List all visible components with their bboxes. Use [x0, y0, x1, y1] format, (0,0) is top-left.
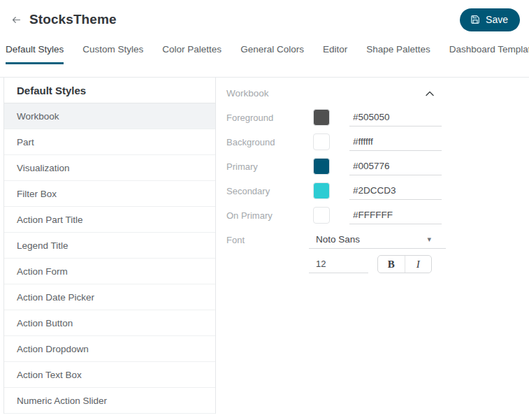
tab-color-palettes[interactable]: Color Palettes	[162, 38, 222, 64]
arrow-left-icon	[11, 15, 22, 25]
floppy-disk-icon	[470, 15, 480, 24]
back-button[interactable]	[11, 15, 22, 25]
field-label-background: Background	[226, 137, 313, 147]
color-swatch-foreground[interactable]	[313, 109, 330, 126]
tab-shape-palettes[interactable]: Shape Palettes	[366, 38, 430, 64]
save-button-label: Save	[486, 14, 508, 25]
tab-custom-styles[interactable]: Custom Styles	[82, 38, 143, 64]
tab-default-styles[interactable]: Default Styles	[6, 38, 64, 64]
color-swatch-secondary[interactable]	[313, 182, 330, 199]
section-header-workbook[interactable]: Workbook	[226, 88, 434, 99]
field-row-font-size: B I	[226, 255, 529, 273]
sidebar-item-visualization[interactable]: Visualization	[4, 155, 215, 181]
section-title: Workbook	[226, 88, 269, 99]
bold-button[interactable]: B	[378, 256, 405, 273]
sidebar-item-action-part-title[interactable]: Action Part Title	[4, 207, 215, 233]
field-row-on-primary: On Primary	[226, 206, 529, 224]
font-style-button-group: B I	[377, 255, 432, 273]
field-row-background: Background	[226, 133, 529, 151]
sidebar-item-part[interactable]: Part	[4, 129, 215, 155]
chevron-up-icon[interactable]	[426, 91, 434, 96]
sidebar-item-action-dropdown[interactable]: Action Dropdown	[4, 336, 215, 362]
font-family-select[interactable]: Noto Sans ▾	[309, 231, 446, 249]
field-label-primary: Primary	[226, 161, 313, 172]
hex-input-secondary[interactable]	[349, 182, 442, 200]
field-label-on-primary: On Primary	[226, 210, 313, 221]
tab-dashboard-templates[interactable]: Dashboard Templates	[449, 38, 529, 64]
hex-input-foreground[interactable]	[349, 109, 442, 126]
field-row-secondary: Secondary	[226, 182, 529, 200]
color-swatch-on-primary[interactable]	[313, 207, 330, 224]
style-list-sidebar: Default Styles Workbook Part Visualizati…	[3, 78, 216, 414]
sidebar-item-legend-title[interactable]: Legend Title	[4, 233, 215, 259]
page-title: StocksTheme	[29, 12, 117, 27]
caret-down-icon: ▾	[427, 236, 431, 243]
tab-general-colors[interactable]: General Colors	[240, 38, 304, 64]
sidebar-heading: Default Styles	[4, 78, 215, 103]
italic-button[interactable]: I	[405, 256, 432, 273]
field-row-font: Font Noto Sans ▾	[226, 231, 529, 249]
tab-editor[interactable]: Editor	[323, 38, 347, 64]
sidebar-item-action-date-picker[interactable]: Action Date Picker	[4, 284, 215, 310]
sidebar-item-filter-box[interactable]: Filter Box	[4, 181, 215, 207]
content-area: Default Styles Workbook Part Visualizati…	[0, 77, 529, 414]
color-swatch-background[interactable]	[313, 133, 330, 150]
sidebar-item-action-button[interactable]: Action Button	[4, 310, 215, 336]
field-row-foreground: Foreground	[226, 108, 529, 126]
hex-input-on-primary[interactable]	[349, 207, 442, 224]
field-label-font: Font	[226, 235, 309, 245]
save-button[interactable]: Save	[460, 8, 520, 31]
font-family-value: Noto Sans	[316, 234, 360, 245]
sidebar-item-action-text-box[interactable]: Action Text Box	[4, 362, 215, 388]
field-label-secondary: Secondary	[226, 186, 313, 196]
tab-bar: Default Styles Custom Styles Color Palet…	[0, 34, 529, 64]
hex-input-primary[interactable]	[349, 158, 442, 175]
sidebar-item-action-form[interactable]: Action Form	[4, 259, 215, 284]
font-size-input[interactable]	[309, 256, 368, 273]
properties-panel: Workbook Foreground Background Primary S…	[216, 78, 529, 280]
sidebar-item-workbook[interactable]: Workbook	[4, 103, 215, 129]
field-row-primary: Primary	[226, 157, 529, 175]
header: StocksTheme Save	[0, 0, 529, 34]
hex-input-background[interactable]	[349, 133, 442, 151]
field-label-foreground: Foreground	[226, 113, 313, 123]
color-swatch-primary[interactable]	[313, 158, 330, 175]
sidebar-item-numeric-action-slider[interactable]: Numeric Action Slider	[4, 388, 215, 414]
